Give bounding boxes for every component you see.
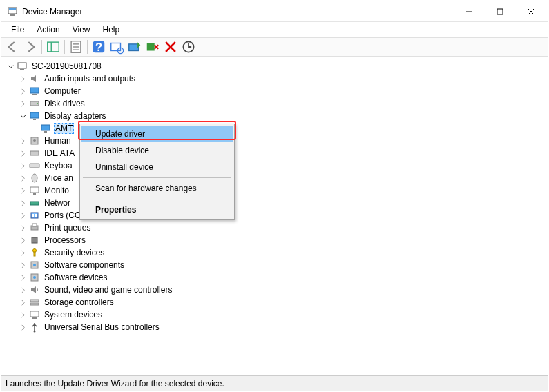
chevron-down-icon[interactable] — [6, 61, 15, 71]
scan-hardware-button[interactable] — [108, 39, 125, 55]
tree-root[interactable]: SC-201905081708 — [6, 60, 543, 72]
menu-action[interactable]: Action — [31, 23, 65, 36]
chevron-right-icon[interactable] — [18, 186, 28, 195]
tree-item[interactable]: Storage controllers — [6, 296, 543, 308]
tree-item[interactable]: System devices — [6, 308, 543, 321]
svg-rect-26 — [30, 112, 39, 118]
chevron-right-icon[interactable] — [18, 74, 28, 84]
tree-panel: SC-201905081708 Audio inputs and outputs… — [1, 57, 548, 375]
device-manager-window: Device Manager File Action View Help ? — [1, 1, 548, 391]
ctx-uninstall-device[interactable]: Uninstall device — [81, 159, 233, 175]
chevron-right-icon[interactable] — [18, 198, 28, 208]
tree-item[interactable]: Print queues — [6, 222, 543, 234]
tree-item-label: Monito — [43, 185, 70, 196]
tree-item-label: Sound, video and game controllers — [43, 284, 173, 295]
ctx-update-driver[interactable]: Update driver — [81, 126, 233, 142]
back-button[interactable] — [4, 39, 21, 55]
ctx-disable-device[interactable]: Disable device — [81, 142, 233, 159]
svg-point-25 — [37, 103, 38, 104]
chevron-right-icon[interactable] — [18, 148, 28, 158]
close-button[interactable] — [515, 1, 546, 21]
device-category-icon — [29, 110, 40, 121]
svg-rect-32 — [30, 151, 39, 155]
chevron-right-icon[interactable] — [18, 173, 28, 183]
maximize-button[interactable] — [484, 1, 515, 21]
svg-rect-29 — [44, 131, 47, 133]
chevron-right-icon[interactable] — [18, 310, 28, 320]
tree-item[interactable]: Security devices — [6, 246, 543, 259]
device-category-icon — [29, 185, 40, 196]
chevron-right-icon[interactable] — [18, 297, 28, 307]
tree-item-label: Computer — [43, 86, 82, 97]
svg-rect-33 — [30, 164, 39, 168]
chevron-right-icon[interactable] — [18, 210, 28, 220]
svg-rect-36 — [33, 193, 36, 195]
tree-item-label: Disk drives — [43, 98, 86, 109]
tree-item-label: Human — [43, 135, 73, 146]
svg-point-31 — [33, 139, 36, 142]
tree-item[interactable]: Audio inputs and outputs — [6, 72, 543, 85]
svg-rect-7 — [48, 42, 59, 52]
tree-item-label: AMT — [54, 123, 74, 134]
tree-item[interactable]: Processors — [6, 234, 543, 246]
svg-rect-43 — [32, 237, 37, 243]
disable-device-button[interactable] — [144, 39, 161, 55]
chevron-right-icon[interactable] — [18, 99, 28, 108]
minimize-button[interactable] — [453, 1, 484, 21]
chevron-right-icon[interactable] — [18, 322, 28, 332]
chevron-down-icon[interactable] — [18, 111, 28, 121]
ctx-properties[interactable]: Properties — [81, 202, 233, 218]
properties-button[interactable] — [68, 39, 84, 55]
svg-rect-15 — [111, 43, 121, 51]
tree-item-label: Processors — [43, 235, 87, 246]
tree-item-label: Mice an — [43, 173, 75, 184]
chevron-right-icon[interactable] — [18, 273, 28, 282]
chevron-right-icon[interactable] — [18, 223, 28, 233]
menu-help[interactable]: Help — [97, 23, 126, 36]
tree-root-label: SC-201905081708 — [30, 61, 103, 72]
chevron-right-icon[interactable] — [18, 260, 28, 270]
toolbar: ? — [1, 37, 548, 57]
tree-item[interactable]: Disk drives — [6, 97, 543, 110]
tree-item[interactable]: Sound, video and game controllers — [6, 284, 543, 296]
show-hide-console-button[interactable] — [45, 39, 61, 55]
tree-item[interactable]: Universal Serial Bus controllers — [6, 321, 543, 333]
menubar: File Action View Help — [1, 22, 548, 37]
tree-item-label: Universal Serial Bus controllers — [43, 322, 161, 333]
svg-rect-17 — [129, 44, 139, 51]
forward-button[interactable] — [22, 39, 39, 55]
menu-file[interactable]: File — [6, 23, 30, 36]
chevron-right-icon[interactable] — [18, 285, 28, 295]
svg-text:?: ? — [95, 41, 102, 53]
add-legacy-hardware-button[interactable] — [180, 39, 197, 55]
tree-item[interactable]: Software devices — [6, 271, 543, 284]
tree-item[interactable]: Display adapters — [6, 110, 543, 122]
svg-rect-39 — [32, 214, 34, 217]
device-category-icon — [29, 73, 40, 84]
device-category-icon — [29, 309, 40, 320]
chevron-right-icon[interactable] — [18, 86, 28, 96]
svg-rect-52 — [30, 311, 39, 317]
svg-rect-28 — [41, 125, 50, 130]
svg-rect-23 — [32, 94, 37, 95]
uninstall-device-button[interactable] — [162, 39, 179, 55]
ctx-separator — [83, 199, 231, 199]
svg-rect-53 — [32, 317, 37, 319]
svg-rect-51 — [30, 303, 39, 305]
chevron-right-icon[interactable] — [18, 248, 28, 257]
update-driver-button[interactable] — [126, 39, 143, 55]
tree-item[interactable]: Software components — [6, 259, 543, 271]
tree-item-label: Storage controllers — [43, 297, 115, 308]
svg-rect-45 — [34, 252, 35, 256]
tree-item-label: System devices — [43, 309, 104, 320]
ctx-scan-hardware[interactable]: Scan for hardware changes — [81, 180, 233, 197]
chevron-right-icon[interactable] — [18, 235, 28, 245]
device-category-icon — [29, 259, 40, 271]
svg-rect-2 — [9, 8, 16, 10]
menu-view[interactable]: View — [67, 23, 96, 36]
tree-item[interactable]: Computer — [6, 85, 543, 97]
chevron-right-icon[interactable] — [18, 161, 28, 170]
chevron-right-icon[interactable] — [18, 136, 28, 146]
help-button[interactable]: ? — [90, 39, 107, 55]
tree-item-label: Display adapters — [43, 110, 107, 121]
